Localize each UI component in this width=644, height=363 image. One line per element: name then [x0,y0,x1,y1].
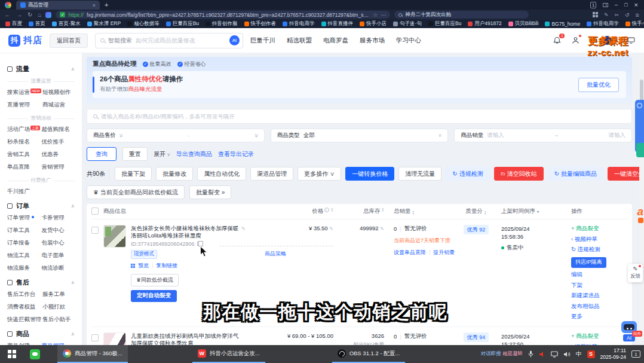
audio-device-tray-icon[interactable] [539,351,545,358]
sidebar-group-products[interactable]: 商品 [7,330,75,338]
sidebar-group-aftersale[interactable]: 售后 [7,278,75,287]
header-sales[interactable]: 总销量▲▼ [384,208,455,215]
taskbar-app-obs[interactable]: OBS 31.1.2 - 配置... [332,345,405,363]
edit-icon[interactable] [604,12,609,18]
batch-offshelf-button[interactable]: 批量下架 [115,167,152,181]
op-link[interactable]: 发布相似品 [571,303,627,310]
attr-auto-optimize-button[interactable]: 属性自动优化 [197,167,246,181]
product-search-input[interactable] [101,113,625,120]
ip-isolate-button[interactable]: 抖店IP隔离 [571,257,606,268]
tab-close-icon[interactable] [93,2,96,8]
product-image[interactable] [103,225,126,248]
sales-range-filter[interactable]: 商品销量 请输入 ~ 请输入 [454,129,632,142]
screenshot-icon[interactable] [614,12,619,18]
sidebar-item[interactable]: 消费者权益 [7,303,41,311]
bookmark-item[interactable]: 百度 [5,20,22,28]
browser-search-box[interactable]: 神舟二十第四次出舱 [394,11,529,19]
service-float-icon[interactable]: a [637,206,643,223]
batch-optimize-button[interactable]: 批量优化 [578,78,619,92]
auto-fission-button[interactable]: 定时自动裂变 [131,290,177,302]
forward-icon[interactable] [16,11,22,18]
convert-price-button[interactable]: 一键转换价格 [345,167,394,181]
reset-button[interactable]: 重置 [122,147,148,161]
ime-indicator[interactable]: 中 [576,350,582,358]
account-icon[interactable] [571,36,580,45]
clear-all-materials-button[interactable]: 一键清空全部素材 [608,167,644,181]
bookmark-item[interactable]: 核心数据等 [127,20,160,28]
product-fission-link[interactable]: 商品裂变 [571,333,627,340]
qr-preview-icon[interactable] [131,264,135,268]
extension-icon[interactable] [45,12,51,18]
bookmark-item[interactable]: 首页 [29,20,45,28]
split-screen-icon[interactable] [603,3,608,7]
quick-access-widget[interactable] [636,143,644,157]
product-title[interactable]: 灰色抹茶女长筒小腿袜堆堆袜秋冬加厚保暖洛丽塔Lolita堆堆抹茶袜显瘦 [131,225,241,240]
product-strategy-link[interactable]: 商品策略 [220,246,333,258]
sidebar-group-traffic[interactable]: 流量 [7,65,75,74]
bookmark-star-icon[interactable] [373,11,378,18]
sidebar-item[interactable]: 直播管理 [7,101,41,109]
sidebar-item[interactable]: 超值购报名 [42,126,75,133]
bookmark-item[interactable]: 巨量百应Bu [166,20,199,28]
ime-suggestion-widget[interactable]: 对话即搜 相思凝眸 [481,350,523,358]
notification-bell-icon[interactable]: 1 [552,36,562,45]
header-stock[interactable]: 总库存▲▼ [333,208,384,215]
product-fission-link[interactable]: 商品裂变 [571,225,627,233]
header-nav-item[interactable]: 学习中心 [396,36,421,45]
bookmark-item[interactable]: 抖音电商学 [283,20,315,28]
violation-check-link[interactable]: 违规检测 [571,246,627,254]
sidebar-item[interactable]: 商城运营 [42,101,75,109]
sidebar-item[interactable]: 物流诊断 [42,264,75,272]
same-style-low-price-button[interactable]: 同款低价截流 [131,274,179,286]
bookmark-item[interactable]: 首页·聚水 [52,20,81,28]
header-score[interactable]: 质量分▲▼ [455,208,498,215]
bookmark-item[interactable]: 聚水潭 ERP [87,20,121,28]
boost-sales-link[interactable]: 提升销量 [433,249,455,257]
download-center-icon[interactable] [608,36,617,45]
row-checkbox[interactable] [91,334,99,341]
price-range-filter[interactable]: 商品售价 ¥ - ¥ [87,129,265,142]
op-link[interactable]: 下架 [571,282,627,289]
workbench-monitor-icon[interactable] [626,36,636,45]
set-discount-link[interactable]: 设置单品直降 [394,249,426,257]
batch-edit-products-button[interactable]: 批量编辑商品 [548,167,603,181]
sidebar-item[interactable]: 订单管理 [7,214,41,222]
batch-fission-button[interactable]: 批量裂变 » [189,185,231,199]
sidebar-item[interactable]: 卡券管理 [42,214,75,222]
bookmark-item[interactable]: 抖音创作服 [206,20,238,28]
batch-modify-button[interactable]: 批量修改 [156,167,193,181]
sidebar-item[interactable]: 短视频创作 [42,89,75,96]
sidebar-item[interactable]: 单品直降 [7,163,41,171]
expand-filters-link[interactable]: 展开 [154,150,170,158]
extension-count-badge[interactable]: 1 [590,2,596,8]
home-icon[interactable] [38,11,41,18]
sidebar-item[interactable]: 发货中心 [42,227,75,234]
header-price[interactable]: 价格i▲▼ [286,208,333,215]
product-title[interactable]: 儿童新款奥拉绒开衫刺绣马甲加绒外穿洋气加厚保暖立领秋冬季坎肩 [131,333,241,346]
feedback-button[interactable]: ✎ 反馈 [628,264,643,282]
back-icon[interactable] [5,11,11,18]
sidebar-item[interactable]: 售后小助手 [42,316,75,324]
product-image[interactable] [103,333,126,346]
taskbar-app-browser[interactable]: 商品管理 - 360极... [57,345,128,363]
bookmark-item[interactable]: 快手创作者 [244,20,277,28]
empty-trash-button[interactable]: 清空回收站 [494,167,544,181]
close-button[interactable] [634,1,638,8]
sidebar-item[interactable]: 小额打款 [42,303,75,311]
mic-tray-icon[interactable] [528,350,533,358]
bookmark-item[interactable]: 贝贝BiliBili [508,20,539,28]
bookmark-item[interactable]: 用户491872 [468,20,501,28]
product-type-filter[interactable]: 商品类型 全部 [271,129,449,142]
taskbar-app-word[interactable]: W抖音小店运营全攻... [192,345,265,363]
new-tab-button[interactable] [105,1,108,8]
start-button[interactable] [0,345,24,363]
header-nav-item[interactable]: 巨量千川 [250,36,275,45]
select-all-checkbox[interactable] [91,208,99,215]
sidebar-item[interactable]: 营销工具 [7,151,41,158]
export-products-link[interactable]: 导出查询商品 [176,150,212,158]
smart-search-box[interactable]: 智能搜索 如何完成商品批量修改 AI [95,33,243,48]
sidebar-item[interactable]: 快递拦截管理 [7,316,41,324]
sidebar-item[interactable]: 订单工具 [7,227,41,234]
volume-tray-icon[interactable] [563,351,571,358]
sidebar-item[interactable]: 包装中心 [42,239,75,247]
